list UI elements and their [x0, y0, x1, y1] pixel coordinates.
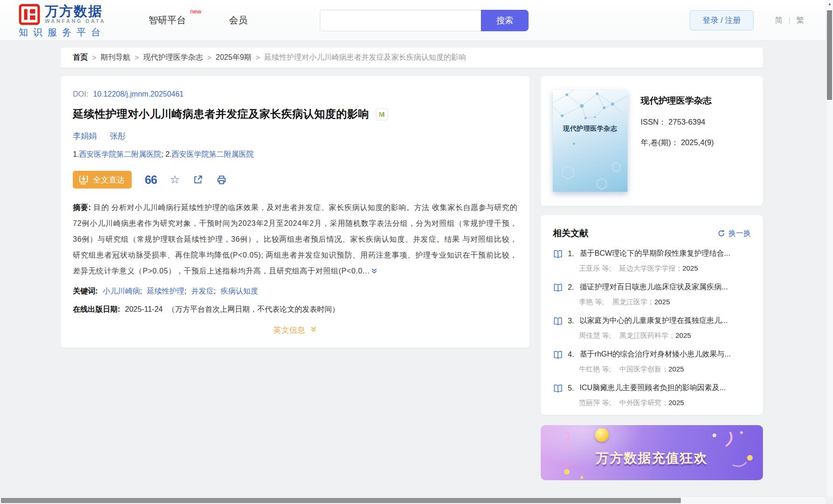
- breadcrumb-home[interactable]: 首页: [73, 53, 88, 63]
- search-button[interactable]: 搜索: [481, 10, 529, 31]
- related-item-title[interactable]: 基于rhGH的综合治疗对身材矮小患儿效果与...: [579, 350, 731, 359]
- related-journal: 中国医学创新；: [620, 365, 669, 373]
- online-date-label: 在线出版日期:: [73, 305, 120, 313]
- related-item-meta: 牛红艳 等; 中国医学创新；2025: [579, 365, 751, 374]
- affiliation-link[interactable]: 西安医学院第二附属医院: [79, 150, 161, 158]
- volume-value: 2025,4(9): [681, 138, 714, 147]
- book-icon: [553, 350, 563, 359]
- nav-item-zhiyan[interactable]: 智研平台 new: [148, 14, 186, 27]
- vertical-scrollbar[interactable]: ▲: [826, 0, 833, 504]
- page-body: 万方数据 WANFANG DATA 知识服务平台 智研平台 new 会员 搜索: [0, 0, 826, 497]
- wanfang-logo-icon: [19, 4, 40, 25]
- breadcrumb-separator: >: [92, 54, 96, 62]
- related-item-number: 1.: [568, 250, 574, 258]
- related-year: 2025: [669, 365, 684, 373]
- content: 首页 > 期刊导航 > 现代护理医学杂志 > 2025年9期 > 延续性护理对小…: [61, 48, 763, 480]
- article-title: 延续性护理对小儿川崎病患者并发症及家长疾病认知度的影响: [73, 107, 369, 121]
- breadcrumb-journal[interactable]: 现代护理医学杂志: [143, 53, 203, 63]
- breadcrumb-separator: >: [207, 54, 212, 62]
- breadcrumb-current: 延续性护理对小儿川崎病患者并发症及家长疾病认知度的影响: [264, 53, 466, 63]
- banner-title: 万方数据充值狂欢: [541, 449, 763, 467]
- journal-card: 现代护理医学杂志 现代护理医学杂志 ISSN： 2753-6394 年,卷(期)…: [541, 76, 763, 206]
- related-item: 1. 基于BCW理论下的早期阶段性康复护理结合... 王亚乐 等; 延边大学医学…: [553, 249, 751, 273]
- keywords-row: 关键词: 小儿川崎病; 延续性护理; 并发症; 疾病认知度: [73, 287, 517, 296]
- page: 万方数据 WANFANG DATA 知识服务平台 智研平台 new 会员 搜索: [0, 0, 833, 504]
- journal-cover[interactable]: 现代护理医学杂志: [553, 90, 628, 192]
- book-icon: [553, 384, 563, 393]
- affiliation-num: 1.: [73, 150, 79, 158]
- related-journal: 黑龙江医药科学；: [620, 331, 676, 339]
- language-switch: 简 | 繁: [775, 15, 804, 26]
- book-icon: [553, 283, 563, 292]
- author-link[interactable]: 李娟娟: [73, 131, 97, 141]
- vertical-scrollbar-thumb[interactable]: [827, 10, 832, 100]
- svg-text:free: free: [81, 182, 86, 185]
- related-authors: 周佳慧 等;: [579, 331, 611, 339]
- nav-item-member[interactable]: 会员: [229, 14, 247, 27]
- fulltext-button[interactable]: free 全文直达: [73, 171, 132, 189]
- medline-badge[interactable]: M: [376, 108, 388, 120]
- print-icon[interactable]: [216, 175, 227, 185]
- journal-name[interactable]: 现代护理医学杂志: [641, 95, 714, 107]
- related-item-number: 3.: [568, 317, 574, 325]
- article-card: DOI: 10.12208/j.jmnm.20250461 延续性护理对小儿川崎…: [61, 76, 529, 348]
- horizontal-scrollbar[interactable]: [0, 497, 826, 504]
- related-authors: 范丽萍 等;: [579, 399, 611, 406]
- brand-subtitle: 知识服务平台: [19, 27, 106, 37]
- related-title: 相关文献: [553, 227, 588, 239]
- login-register-button[interactable]: 登录 / 注册: [690, 10, 753, 30]
- related-literature-card: 相关文献 换一换: [541, 215, 763, 415]
- breadcrumb-issue[interactable]: 2025年9期: [216, 53, 252, 63]
- scroll-up-arrow[interactable]: ▲: [826, 0, 833, 7]
- keyword-separator: ;: [214, 287, 216, 295]
- keyword-link[interactable]: 并发症: [191, 287, 214, 295]
- horizontal-scrollbar-thumb[interactable]: [1, 498, 681, 503]
- logo[interactable]: 万方数据 WANFANG DATA 知识服务平台: [19, 4, 106, 37]
- journal-issn-row: ISSN： 2753-6394: [641, 117, 714, 127]
- search-input[interactable]: [320, 10, 481, 31]
- keywords-label: 关键词:: [73, 287, 98, 295]
- english-info-label: 英文信息: [274, 325, 305, 336]
- header-right: 登录 / 注册 简 | 繁: [690, 10, 804, 30]
- related-item-number: 4.: [568, 350, 574, 359]
- journal-cover-art: [553, 90, 628, 192]
- keyword-link[interactable]: 延续性护理: [147, 287, 184, 295]
- brand-name-en: WANFANG DATA: [45, 18, 106, 24]
- related-item-title[interactable]: 基于BCW理论下的早期阶段性康复护理结合...: [579, 249, 730, 259]
- english-info-toggle[interactable]: 英文信息: [274, 325, 317, 336]
- breadcrumb-journal-nav[interactable]: 期刊导航: [100, 53, 130, 63]
- related-item-title[interactable]: 以家庭为中心的儿童康复护理在孤独症患儿...: [579, 316, 727, 326]
- keyword-link[interactable]: 小儿川崎病: [103, 287, 140, 295]
- share-icon[interactable]: [193, 175, 203, 185]
- main-nav: 智研平台 new 会员: [148, 14, 247, 27]
- abstract-label: 摘要:: [73, 203, 91, 211]
- promo-banner[interactable]: 万方数据充值狂欢: [541, 425, 763, 480]
- related-item: 2. 循证护理对百日咳患儿临床症状及家属疾病... 李艳 等; 黑龙江医学；20…: [553, 282, 751, 307]
- related-item-meta: 范丽萍 等; 中外医学研究；2025: [579, 399, 751, 407]
- breadcrumb-separator: >: [256, 54, 260, 62]
- keyword-link[interactable]: 疾病认知度: [221, 287, 258, 295]
- breadcrumb: 首页 > 期刊导航 > 现代护理医学杂志 > 2025年9期 > 延续性护理对小…: [61, 48, 763, 68]
- related-journal: 中外医学研究；: [620, 399, 669, 406]
- expand-abstract-icon[interactable]: [371, 264, 378, 280]
- lang-traditional[interactable]: 繁: [796, 15, 804, 26]
- search-bar: 搜索: [320, 10, 529, 31]
- refresh-related-button[interactable]: 换一换: [718, 229, 751, 238]
- related-journal: 黑龙江医学；: [613, 298, 655, 306]
- journal-volume-row: 年,卷(期)： 2025,4(9): [641, 138, 714, 148]
- related-item-title[interactable]: ICU脑瘫患儿主要照顾者负担的影响因素及...: [579, 383, 726, 393]
- author-link[interactable]: 张彤: [110, 131, 126, 141]
- cite-icon[interactable]: 66: [145, 175, 157, 184]
- related-authors: 王亚乐 等;: [579, 264, 611, 272]
- journal-info: 现代护理医学杂志 ISSN： 2753-6394 年,卷(期)： 2025,4(…: [641, 90, 714, 192]
- lang-simplified[interactable]: 简: [775, 15, 783, 26]
- new-badge: new: [190, 8, 201, 15]
- volume-label: 年,卷(期)：: [641, 138, 679, 147]
- affiliation-separator: ;: [161, 150, 165, 158]
- related-item-title[interactable]: 循证护理对百日咳患儿临床症状及家属疾病...: [579, 282, 727, 292]
- affiliation-link[interactable]: 西安医学院第二附属医院: [172, 150, 254, 158]
- online-date-row: 在线出版日期: 2025-11-24 （万方平台首次上网日期，不代表论文的发表时…: [73, 305, 517, 315]
- right-sidebar: 现代护理医学杂志 现代护理医学杂志 ISSN： 2753-6394 年,卷(期)…: [541, 76, 763, 480]
- doi-link[interactable]: 10.12208/j.jmnm.20250461: [93, 90, 184, 98]
- favorite-star-icon[interactable]: ☆: [170, 175, 180, 185]
